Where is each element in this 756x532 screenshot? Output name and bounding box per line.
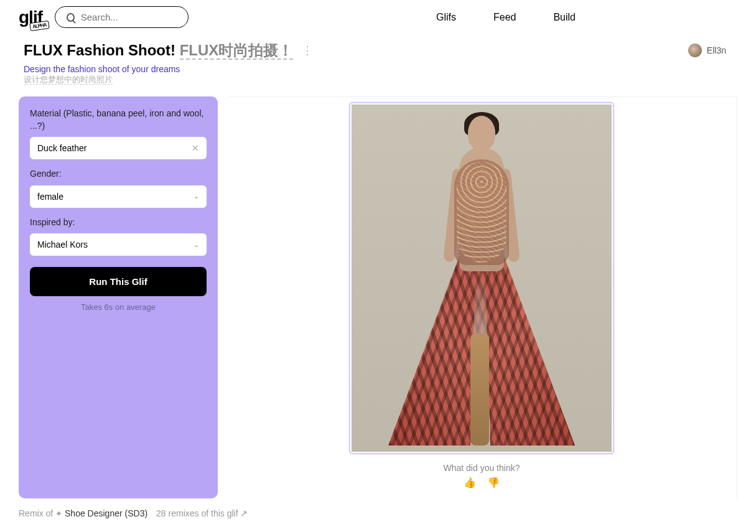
chevron-down-icon: ⌄ — [194, 241, 199, 249]
avg-time-text: Takes 6s on average — [30, 302, 207, 312]
gender-select[interactable]: female ⌄ — [30, 185, 207, 208]
remixes-link[interactable]: 28 remixes of this glif ↗ — [156, 508, 248, 518]
chevron-down-icon: ⌄ — [194, 192, 199, 200]
page-title: FLUX Fashion Shoot! FLUX时尚拍摄！ — [24, 40, 293, 60]
nav-glifs[interactable]: Glifs — [436, 12, 456, 23]
remix-source[interactable]: Remix of ✦ Shoe Designer (SD3) — [19, 508, 147, 518]
clear-icon[interactable]: ✕ — [192, 143, 199, 153]
search-icon — [67, 13, 75, 22]
subtitle-translation: 设计您梦想中的时尚照片 — [0, 74, 756, 93]
sparkle-icon: ✦ — [55, 509, 62, 518]
gender-label: Gender: — [30, 168, 207, 180]
material-input[interactable]: Duck feather ✕ — [30, 137, 207, 159]
title-translation: FLUX时尚拍摄！ — [180, 42, 294, 60]
run-button[interactable]: Run This Glif — [30, 267, 207, 296]
logo[interactable]: glif ALPHA — [19, 7, 42, 27]
nav-build[interactable]: Build — [553, 12, 576, 23]
search-input[interactable] — [81, 12, 177, 22]
thumbs-up-icon[interactable]: 👍 — [464, 477, 476, 488]
inspired-select[interactable]: Michael Kors ⌄ — [30, 233, 207, 256]
output-panel: What did you think? 👍 👎 — [226, 96, 737, 498]
more-menu-icon[interactable]: ⋮ — [302, 48, 313, 54]
username: Ell3n — [707, 45, 726, 55]
inspired-label: Inspired by: — [30, 217, 207, 229]
generated-image — [352, 105, 612, 452]
subtitle: Design the fashion shoot of your dreams — [0, 60, 756, 74]
generated-image-frame[interactable] — [349, 102, 614, 454]
material-label: Material (Plastic, banana peel, iron and… — [30, 108, 207, 132]
input-panel: Material (Plastic, banana peel, iron and… — [19, 96, 218, 498]
feedback-prompt: What did you think? — [444, 463, 520, 473]
search-box[interactable] — [55, 6, 189, 28]
user-chip[interactable]: Ell3n — [688, 44, 732, 57]
thumbs-down-icon[interactable]: 👎 — [487, 477, 500, 488]
avatar — [688, 44, 702, 57]
nav-feed[interactable]: Feed — [493, 12, 516, 23]
